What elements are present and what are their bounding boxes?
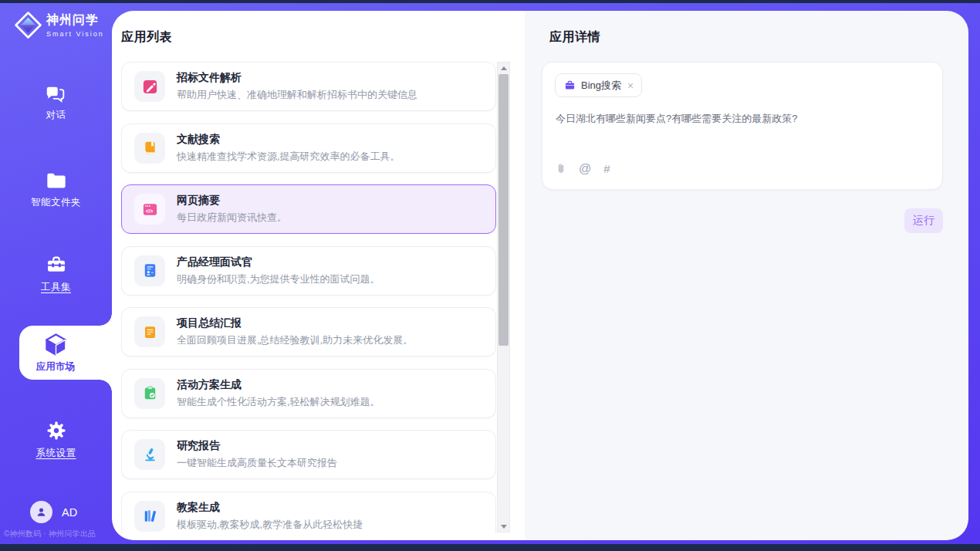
scroll-down-button[interactable] <box>498 521 509 532</box>
app-card-project-summary[interactable]: 项目总结汇报 全面回顾项目进展,总结经验教训,助力未来优化发展。 <box>121 307 496 357</box>
app-name: 活动方案生成 <box>177 378 380 392</box>
cube-icon <box>43 332 69 357</box>
app-desc: 一键智能生成高质量长文本研究报告 <box>177 456 337 470</box>
sidebar-item-app-market[interactable]: 应用市场 <box>19 326 112 380</box>
app-icon-box <box>134 316 165 347</box>
sidebar-item-label: 对话 <box>46 109 66 122</box>
sidebar-item-settings[interactable]: 系统设置 <box>0 420 112 460</box>
list-scrollbar[interactable] <box>497 62 510 532</box>
user-account[interactable]: AD <box>30 501 77 523</box>
bubble-curve-top <box>100 313 112 326</box>
gear-icon <box>46 420 67 441</box>
sidebar-item-label: 智能文件夹 <box>31 196 81 209</box>
browser-code-icon: </> <box>142 201 158 218</box>
sidebar: 神州问学 Smart Vision 对话 智能文件夹 <box>0 3 112 544</box>
sidebar-item-toolset[interactable]: 工具集 <box>0 255 112 294</box>
app-desc: 智能生成个性化活动方案,轻松解决规划难题。 <box>177 395 380 409</box>
sidebar-item-smart-folder[interactable]: 智能文件夹 <box>0 171 112 209</box>
bubble-curve-bottom <box>100 380 112 392</box>
app-list-title: 应用列表 <box>121 29 172 46</box>
app-icon-box <box>134 439 165 470</box>
app-icon-box <box>134 71 165 102</box>
clipboard-check-icon <box>142 385 158 401</box>
app-desc: 快速精准查找学术资源,提高研究效率的必备工具。 <box>177 150 400 164</box>
app-desc: 全面回顾项目进展,总结经验教训,助力未来优化发展。 <box>177 333 413 347</box>
app-window: 神州问学 Smart Vision 对话 智能文件夹 <box>0 0 980 551</box>
app-icon-box <box>134 133 165 164</box>
app-card-research-report[interactable]: 研究报告 一键智能生成高质量长文本研究报告 <box>121 430 496 479</box>
app-desc: 每日政府新闻资讯快查。 <box>177 211 287 225</box>
app-icon-box <box>134 378 165 409</box>
app-name: 产品经理面试官 <box>177 255 380 269</box>
notepad-icon <box>142 324 158 340</box>
sidebar-item-label: 应用市场 <box>36 360 75 374</box>
mention-icon[interactable]: @ <box>579 162 591 176</box>
tag-close-icon[interactable]: × <box>627 80 634 91</box>
app-desc: 帮助用户快速、准确地理解和解析招标书中的关键信息 <box>177 88 417 102</box>
app-name: 教案生成 <box>177 501 363 515</box>
app-list-pane: 应用列表 招标文件解析 帮助用户快速、准确地理解和解析招标书中的关键信息 <box>112 11 525 540</box>
question-text[interactable]: 今日湖北有哪些新闻要点?有哪些需要关注的最新政策? <box>556 111 926 127</box>
attachment-toolbar: @ # <box>556 161 610 176</box>
brand-diamond-icon <box>14 11 42 39</box>
chat-icon <box>46 85 67 103</box>
run-button[interactable]: 运行 <box>904 208 943 233</box>
sidebar-item-chat[interactable]: 对话 <box>0 85 112 122</box>
toolbox-icon <box>46 255 67 276</box>
tool-tag-label: Bing搜索 <box>581 79 621 93</box>
app-detail-title: 应用详情 <box>549 29 600 46</box>
scrollbar-thumb[interactable] <box>498 74 509 346</box>
app-name: 项目总结汇报 <box>177 316 413 330</box>
resume-icon <box>142 262 158 279</box>
copyright-text: ©神州数码 · 神州问学出品 <box>4 529 110 539</box>
app-desc: 模板驱动,教案秒成,教学准备从此轻松快捷 <box>177 518 363 532</box>
sidebar-item-label: 系统设置 <box>36 447 76 460</box>
app-detail-pane: 应用详情 Bing搜索 × 今日湖北有哪些新闻要点?有哪些需要关注的最新政策? <box>525 11 968 540</box>
edit-doc-icon <box>142 79 158 95</box>
book-icon <box>142 140 158 156</box>
app-card-lesson-plan[interactable]: 教案生成 模板驱动,教案秒成,教学准备从此轻松快捷 <box>121 492 496 535</box>
main-panel: 应用列表 招标文件解析 帮助用户快速、准确地理解和解析招标书中的关键信息 <box>112 11 968 540</box>
app-desc: 明确身份和职责,为您提供专业性的面试问题。 <box>177 272 380 286</box>
paperclip-icon[interactable] <box>556 161 566 176</box>
app-card-bid-document-parsing[interactable]: 招标文件解析 帮助用户快速、准确地理解和解析招标书中的关键信息 <box>121 62 496 111</box>
brand-logo: 神州问学 Smart Vision <box>14 11 104 39</box>
prompt-input-card: Bing搜索 × 今日湖北有哪些新闻要点?有哪些需要关注的最新政策? @ # <box>542 62 943 190</box>
app-list: 招标文件解析 帮助用户快速、准确地理解和解析招标书中的关键信息 文献搜索 <box>121 62 496 534</box>
app-icon-box: </> <box>134 194 165 225</box>
folder-icon <box>46 171 67 191</box>
app-name: 文献搜索 <box>177 133 400 147</box>
app-name: 研究报告 <box>177 439 337 453</box>
svg-text:</>: </> <box>145 208 153 213</box>
app-card-literature-search[interactable]: 文献搜索 快速精准查找学术资源,提高研究效率的必备工具。 <box>121 123 496 173</box>
books-icon <box>142 508 158 524</box>
avatar[interactable] <box>30 501 52 523</box>
app-card-event-plan[interactable]: 活动方案生成 智能生成个性化活动方案,轻松解决规划难题。 <box>121 369 496 418</box>
brand-name: 神州问学 <box>46 12 104 29</box>
app-name: 网页摘要 <box>177 194 287 208</box>
briefcase-icon <box>564 79 576 91</box>
app-card-web-summary[interactable]: </> 网页摘要 每日政府新闻资讯快查。 <box>121 184 496 234</box>
user-initials: AD <box>62 506 77 519</box>
app-name: 招标文件解析 <box>177 71 417 85</box>
brand-tagline: Smart Vision <box>46 30 104 38</box>
app-icon-box <box>134 255 165 286</box>
person-icon <box>35 505 48 519</box>
hash-icon[interactable]: # <box>603 162 610 175</box>
app-card-pm-interviewer[interactable]: 产品经理面试官 明确身份和职责,为您提供专业性的面试问题。 <box>121 246 496 296</box>
sidebar-item-label: 工具集 <box>41 281 71 294</box>
app-icon-box <box>134 501 165 532</box>
scroll-up-button[interactable] <box>498 63 509 73</box>
tool-tag-bing-search[interactable]: Bing搜索 × <box>555 73 642 97</box>
microscope-icon <box>142 447 158 463</box>
